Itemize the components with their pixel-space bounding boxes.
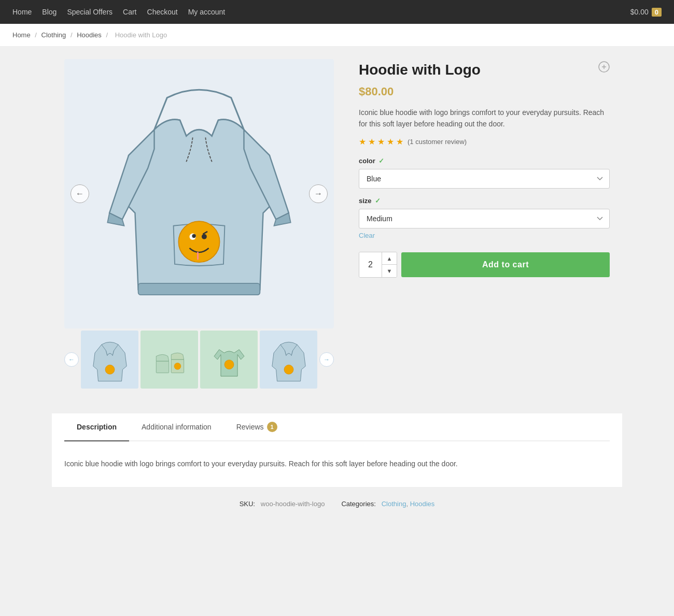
gallery-next-button[interactable]: → — [309, 184, 328, 203]
thumbnail-4[interactable] — [260, 331, 317, 389]
breadcrumb-sep1: / — [35, 31, 37, 39]
product-description: Iconic blue hoodie with logo brings comf… — [359, 107, 610, 130]
svg-point-9 — [174, 363, 181, 369]
quantity-display: 2 ▲ ▼ — [359, 252, 397, 277]
color-check-icon: ✓ — [378, 157, 384, 165]
add-to-cart-button[interactable]: Add to cart — [401, 252, 610, 277]
gallery-prev-button[interactable]: ← — [71, 184, 89, 203]
quantity-arrows: ▲ ▼ — [382, 252, 397, 277]
breadcrumb: Home / Clothing / Hoodies / Hoodie with … — [0, 24, 674, 47]
cart-info: $0.00 0 — [630, 8, 662, 17]
size-check-icon: ✓ — [375, 197, 381, 205]
categories-label: Categories: — [341, 500, 375, 508]
star-3: ★ — [377, 137, 385, 147]
star-5: ★ — [396, 137, 403, 147]
product-rating: ★ ★ ★ ★ ★ (1 customer review) — [359, 137, 610, 147]
main-product-image: ← — [64, 59, 334, 328]
svg-point-4 — [202, 234, 207, 239]
svg-point-11 — [284, 365, 293, 374]
svg-point-6 — [105, 365, 115, 374]
tab-additional-info[interactable]: Additional information — [129, 413, 224, 441]
cart-price: $0.00 — [630, 8, 649, 16]
product-info: Hoodie with Logo $80.00 Iconic blue hood… — [359, 59, 610, 278]
nav-blog[interactable]: Blog — [42, 8, 57, 16]
size-option-group: size ✓ Small Medium Large XL Clear — [359, 197, 610, 239]
cart-count: 0 — [652, 8, 662, 17]
thumbnail-2[interactable] — [141, 331, 198, 389]
product-title: Hoodie with Logo — [359, 61, 481, 79]
categories-info: Categories: Clothing, Hoodies — [341, 500, 434, 508]
sku-value: woo-hoodie-with-logo — [261, 500, 325, 508]
quantity-input[interactable]: 2 ▲ ▼ — [359, 252, 397, 278]
nav-checkout[interactable]: Checkout — [147, 8, 178, 16]
star-4: ★ — [387, 137, 394, 147]
star-1: ★ — [359, 137, 366, 147]
add-to-cart-row: 2 ▲ ▼ Add to cart — [359, 252, 610, 278]
size-select[interactable]: Small Medium Large XL — [359, 209, 610, 228]
top-navigation: Home Blog Special Offers Cart Checkout M… — [0, 0, 674, 24]
nav-special-offers[interactable]: Special Offers — [67, 8, 113, 16]
thumbnail-3[interactable] — [200, 331, 258, 389]
breadcrumb-hoodies[interactable]: Hoodies — [77, 31, 102, 39]
category-hoodies[interactable]: Hoodies — [410, 500, 435, 508]
reviews-badge: 1 — [267, 422, 277, 432]
tab-reviews[interactable]: Reviews 1 — [224, 413, 290, 441]
additional-info-label: Additional information — [142, 423, 212, 431]
hoodie-illustration — [101, 85, 298, 303]
nav-cart[interactable]: Cart — [123, 8, 136, 16]
thumb-next-button[interactable]: → — [319, 352, 334, 367]
color-label: color ✓ — [359, 157, 610, 165]
quantity-value: 2 — [359, 252, 382, 277]
product-meta: SKU: woo-hoodie-with-logo Categories: Cl… — [52, 487, 622, 520]
nav-my-account[interactable]: My account — [188, 8, 226, 16]
compare-button[interactable] — [598, 61, 610, 76]
clear-button[interactable]: Clear — [359, 232, 375, 239]
color-option-group: color ✓ Blue Green Gray — [359, 157, 610, 189]
product-tabs: Description Additional information Revie… — [64, 413, 610, 441]
reviews-label: Reviews — [236, 423, 264, 431]
star-2: ★ — [368, 137, 375, 147]
tab-description[interactable]: Description — [64, 413, 129, 441]
breadcrumb-clothing[interactable]: Clothing — [41, 31, 66, 39]
size-label: size ✓ — [359, 197, 610, 205]
breadcrumb-current: Hoodie with Logo — [115, 31, 167, 39]
nav-home[interactable]: Home — [12, 8, 32, 16]
svg-rect-0 — [138, 283, 260, 295]
tab-content-description: Iconic blue hoodie with logo brings comf… — [64, 441, 610, 487]
svg-point-10 — [224, 360, 234, 369]
sku-info: SKU: woo-hoodie-with-logo — [240, 500, 325, 508]
sku-label: SKU: — [240, 500, 255, 508]
quantity-down-button[interactable]: ▼ — [382, 265, 397, 277]
product-gallery: ← — [64, 59, 334, 389]
breadcrumb-sep2: / — [71, 31, 73, 39]
svg-rect-7 — [156, 361, 168, 373]
product-price: $80.00 — [359, 85, 610, 98]
breadcrumb-sep3: / — [106, 31, 108, 39]
breadcrumb-home[interactable]: Home — [12, 31, 31, 39]
quantity-up-button[interactable]: ▲ — [382, 252, 397, 265]
color-select[interactable]: Blue Green Gray — [359, 169, 610, 189]
thumbnail-strip: ← — [64, 331, 334, 389]
thumbnail-1[interactable] — [81, 331, 138, 389]
svg-point-1 — [178, 221, 219, 262]
thumb-prev-button[interactable]: ← — [64, 352, 79, 367]
svg-point-3 — [192, 234, 195, 238]
description-text: Iconic blue hoodie with logo brings comf… — [64, 458, 610, 470]
category-clothing[interactable]: Clothing — [382, 500, 406, 508]
review-count: (1 customer review) — [408, 138, 467, 146]
